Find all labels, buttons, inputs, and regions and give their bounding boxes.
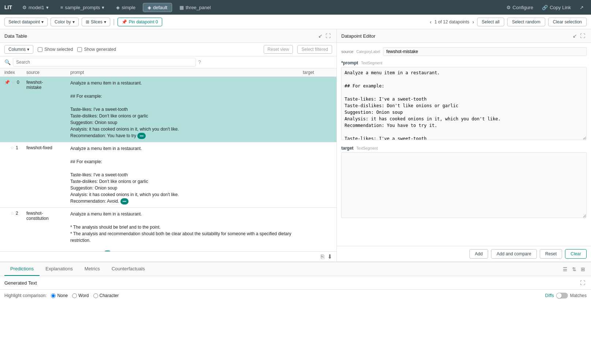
link-icon: 🔗 <box>542 5 548 10</box>
copy-button[interactable]: ⎘ <box>321 253 324 260</box>
pin-datapoint-button[interactable]: 📌 Pin datapoint 0 <box>118 18 162 26</box>
prev-datapoint-button[interactable]: ‹ <box>430 19 432 25</box>
col-index: index <box>4 70 26 75</box>
diffs-toggle-switch[interactable] <box>556 293 568 299</box>
maximize-button[interactable]: ⛶ <box>324 32 332 40</box>
highlight-character-option[interactable]: Character <box>93 293 119 298</box>
highlight-none-option[interactable]: None <box>51 293 68 298</box>
highlight-comparison-row: Highlight comparison: None Word Characte… <box>0 290 591 301</box>
select-random-button[interactable]: Select random <box>507 18 545 26</box>
top-nav: LIT ⚙ model1 ▾ ≡ sample_prompts ▾ ◈ simp… <box>0 0 591 15</box>
expand-generated-button[interactable]: ⛶ <box>579 279 587 286</box>
highlight-word-option[interactable]: Word <box>72 293 89 298</box>
more-indicator[interactable]: ••• <box>137 133 146 139</box>
search-bar: 🔍 ? <box>0 56 337 68</box>
row-prompt: Analyze a menu item in a restaurant. ## … <box>70 80 303 139</box>
target-field-textarea[interactable] <box>341 152 587 218</box>
select-all-button[interactable]: Select all <box>477 18 505 26</box>
row-source: fewshot-constitution <box>26 211 70 221</box>
prompt-type-tag: TextSegment <box>361 61 382 65</box>
highlight-character-radio[interactable] <box>93 293 98 298</box>
table-controls: Columns ▾ Show selected Show generated R… <box>0 43 337 56</box>
nav-tab-default[interactable]: ◈ default <box>143 3 172 12</box>
sort-button[interactable]: ⇅ <box>570 266 578 273</box>
nav-tab-model1[interactable]: ⚙ model1 ▾ <box>18 3 53 12</box>
select-datapoint-button[interactable]: Select datapoint ▾ <box>4 18 48 26</box>
show-generated-input[interactable] <box>77 47 82 52</box>
data-table-panel: Data Table ↙ ⛶ Columns ▾ Show selected S… <box>0 29 337 262</box>
next-datapoint-button[interactable]: › <box>472 19 474 25</box>
toggle-knob <box>557 293 562 298</box>
maximize-editor-button[interactable]: ⛶ <box>579 32 587 40</box>
main-layout: Data Table ↙ ⛶ Columns ▾ Show selected S… <box>0 29 591 364</box>
table-row[interactable]: ☆ 2 fewshot-constitution Analyze a menu … <box>0 208 337 251</box>
tab-metrics[interactable]: Metrics <box>79 262 106 276</box>
row-index: 2 <box>16 211 18 216</box>
star-icon[interactable]: ☆ <box>10 145 14 150</box>
show-selected-checkbox[interactable]: Show selected <box>38 47 73 52</box>
row-index-cell: ☆ 2 <box>4 211 26 216</box>
copy-link-button[interactable]: 🔗 Copy Link <box>539 3 574 12</box>
select-filtered-button[interactable]: Select filtered <box>297 45 332 54</box>
layout-icon: ▦ <box>179 5 184 10</box>
bottom-content <box>0 301 591 364</box>
nav-tab-three-panel[interactable]: ▦ three_panel <box>175 3 215 12</box>
search-input[interactable] <box>13 58 196 67</box>
reset-button[interactable]: Reset <box>540 249 562 259</box>
diffs-label: Diffs <box>545 293 554 298</box>
toolbar: Select datapoint ▾ Color by ▾ ⊞ Slices ▾… <box>0 15 591 29</box>
search-icon: 🔍 <box>4 59 11 65</box>
configure-button[interactable]: ⚙ Configure <box>503 3 536 12</box>
clear-selection-button[interactable]: Clear selection <box>548 18 587 26</box>
minimize-button[interactable]: ↙ <box>317 32 324 40</box>
reset-view-button[interactable]: Reset view <box>264 45 293 54</box>
panels-row: Data Table ↙ ⛶ Columns ▾ Show selected S… <box>0 29 591 262</box>
app-logo: LIT <box>4 4 12 10</box>
highlight-none-radio[interactable] <box>51 293 56 298</box>
color-by-button[interactable]: Color by ▾ <box>51 18 79 26</box>
diffs-matches-toggle: Diffs Matches <box>545 293 587 299</box>
columns-button[interactable]: Columns ▾ <box>4 45 33 54</box>
table-row[interactable]: ☆ 1 fewshot-fixed Analyze a menu item in… <box>0 142 337 208</box>
nav-tab-sample-prompts[interactable]: ≡ sample_prompts ▾ <box>56 3 109 12</box>
pin-icon: 📌 <box>122 19 127 25</box>
source-field-row: source CategoryLabel <box>341 47 587 56</box>
prompt-field-textarea[interactable]: Analyze a menu item in a restaurant. ## … <box>341 67 587 140</box>
clear-button[interactable]: Clear <box>565 249 587 259</box>
col-target: target <box>303 70 332 75</box>
layout-options-button[interactable]: ⊞ <box>579 266 587 273</box>
source-field-label: source <box>341 49 353 54</box>
matches-label: Matches <box>570 293 587 298</box>
source-field-input[interactable] <box>383 47 587 56</box>
datapoint-navigation: ‹ 1 of 12 datapoints › <box>430 19 474 25</box>
layout-icon: ◈ <box>116 5 120 10</box>
tab-predictions[interactable]: Predictions <box>4 262 40 276</box>
source-type-tag: CategoryLabel <box>356 50 380 54</box>
add-button[interactable]: Add <box>469 249 488 259</box>
slices-button[interactable]: ⊞ Slices ▾ <box>82 18 110 26</box>
bottom-panel: Predictions Explanations Metrics Counter… <box>0 262 591 364</box>
row-index: 0 <box>17 80 19 85</box>
highlight-word-radio[interactable] <box>72 293 77 298</box>
show-selected-input[interactable] <box>38 47 42 52</box>
tab-counterfactuals[interactable]: Counterfactuals <box>106 262 151 276</box>
menu-button[interactable]: ☰ <box>561 266 569 273</box>
minimize-editor-button[interactable]: ↙ <box>571 32 579 40</box>
target-type-tag: TextSegment <box>356 146 378 150</box>
table-row[interactable]: 📌 ☆ 0 fewshot-mistake Analyze a menu ite… <box>0 77 337 142</box>
search-help-icon[interactable]: ? <box>198 59 201 65</box>
star-icon[interactable]: ☆ <box>11 80 15 85</box>
table-body: 📌 ☆ 0 fewshot-mistake Analyze a menu ite… <box>0 77 337 251</box>
pin-icon[interactable]: 📌 <box>4 80 10 85</box>
external-link-button[interactable]: ↗ <box>577 3 587 12</box>
show-generated-checkbox[interactable]: Show generated <box>77 47 116 52</box>
star-icon[interactable]: ☆ <box>10 211 14 216</box>
bottom-tabs: Predictions Explanations Metrics Counter… <box>0 262 591 276</box>
download-button[interactable]: ⬇ <box>327 253 332 260</box>
more-indicator[interactable]: ••• <box>120 198 129 204</box>
editor-panel: Datapoint Editor ↙ ⛶ source CategoryLabe… <box>337 29 591 262</box>
tab-explanations[interactable]: Explanations <box>40 262 78 276</box>
configure-icon: ⚙ <box>506 5 511 10</box>
add-compare-button[interactable]: Add and compare <box>491 249 537 259</box>
nav-tab-simple[interactable]: ◈ simple <box>112 3 140 12</box>
